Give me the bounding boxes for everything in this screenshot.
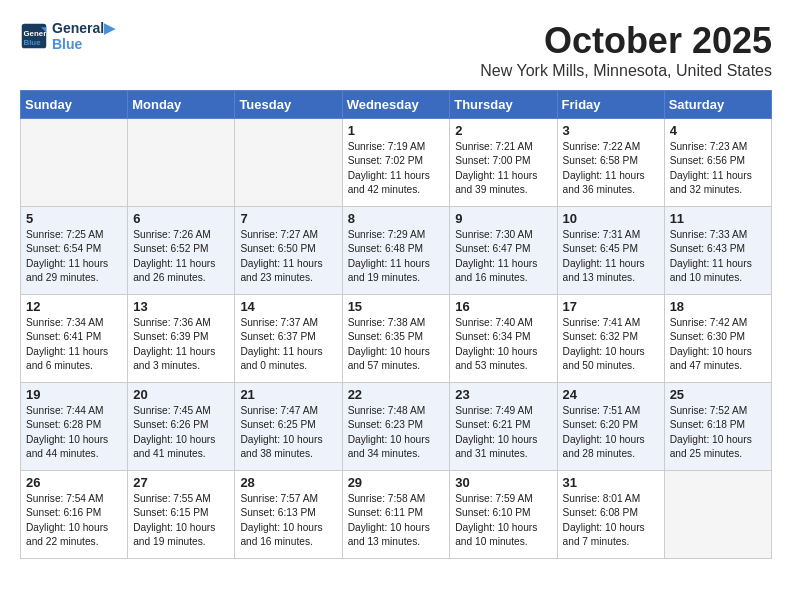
day-number: 10	[563, 211, 659, 226]
cell-content: Sunrise: 7:55 AM	[133, 492, 229, 506]
cell-content: Sunrise: 7:44 AM	[26, 404, 122, 418]
cell-content: Daylight: 11 hours	[133, 257, 229, 271]
cell-content: Sunrise: 7:48 AM	[348, 404, 445, 418]
cell-content: Sunrise: 7:52 AM	[670, 404, 766, 418]
cell-content: Sunrise: 7:49 AM	[455, 404, 551, 418]
day-number: 25	[670, 387, 766, 402]
cell-content: Daylight: 11 hours	[670, 169, 766, 183]
cell-content: Sunrise: 7:37 AM	[240, 316, 336, 330]
cell-content: Daylight: 10 hours	[670, 345, 766, 359]
cell-content: Sunrise: 7:23 AM	[670, 140, 766, 154]
cell-content: Sunset: 6:25 PM	[240, 418, 336, 432]
cell-content: Sunset: 6:30 PM	[670, 330, 766, 344]
cell-content: Sunset: 6:23 PM	[348, 418, 445, 432]
day-number: 7	[240, 211, 336, 226]
cell-content: and 19 minutes.	[133, 535, 229, 549]
calendar-cell: 26Sunrise: 7:54 AMSunset: 6:16 PMDayligh…	[21, 471, 128, 559]
day-number: 28	[240, 475, 336, 490]
cell-content: and 13 minutes.	[348, 535, 445, 549]
day-number: 27	[133, 475, 229, 490]
cell-content: Daylight: 10 hours	[348, 433, 445, 447]
cell-content: Sunset: 6:18 PM	[670, 418, 766, 432]
cell-content: Sunset: 6:32 PM	[563, 330, 659, 344]
calendar-cell: 25Sunrise: 7:52 AMSunset: 6:18 PMDayligh…	[664, 383, 771, 471]
cell-content: Sunrise: 7:45 AM	[133, 404, 229, 418]
calendar-cell: 20Sunrise: 7:45 AMSunset: 6:26 PMDayligh…	[128, 383, 235, 471]
cell-content: Daylight: 10 hours	[563, 521, 659, 535]
day-number: 21	[240, 387, 336, 402]
cell-content: Daylight: 10 hours	[26, 521, 122, 535]
calendar-cell: 24Sunrise: 7:51 AMSunset: 6:20 PMDayligh…	[557, 383, 664, 471]
col-header-thursday: Thursday	[450, 91, 557, 119]
day-number: 13	[133, 299, 229, 314]
cell-content: and 16 minutes.	[455, 271, 551, 285]
calendar-cell: 19Sunrise: 7:44 AMSunset: 6:28 PMDayligh…	[21, 383, 128, 471]
day-number: 29	[348, 475, 445, 490]
calendar-cell: 6Sunrise: 7:26 AMSunset: 6:52 PMDaylight…	[128, 207, 235, 295]
calendar-cell: 18Sunrise: 7:42 AMSunset: 6:30 PMDayligh…	[664, 295, 771, 383]
day-number: 17	[563, 299, 659, 314]
cell-content: Daylight: 10 hours	[455, 433, 551, 447]
cell-content: and 53 minutes.	[455, 359, 551, 373]
calendar-cell: 17Sunrise: 7:41 AMSunset: 6:32 PMDayligh…	[557, 295, 664, 383]
calendar-cell: 10Sunrise: 7:31 AMSunset: 6:45 PMDayligh…	[557, 207, 664, 295]
cell-content: Sunrise: 7:58 AM	[348, 492, 445, 506]
cell-content: Sunrise: 7:21 AM	[455, 140, 551, 154]
cell-content: Sunset: 6:28 PM	[26, 418, 122, 432]
cell-content: Sunset: 6:15 PM	[133, 506, 229, 520]
cell-content: Sunrise: 7:34 AM	[26, 316, 122, 330]
day-number: 20	[133, 387, 229, 402]
day-number: 9	[455, 211, 551, 226]
col-header-monday: Monday	[128, 91, 235, 119]
cell-content: and 26 minutes.	[133, 271, 229, 285]
day-number: 1	[348, 123, 445, 138]
cell-content: and 22 minutes.	[26, 535, 122, 549]
calendar-cell: 7Sunrise: 7:27 AMSunset: 6:50 PMDaylight…	[235, 207, 342, 295]
day-number: 26	[26, 475, 122, 490]
cell-content: and 10 minutes.	[670, 271, 766, 285]
cell-content: Sunset: 6:21 PM	[455, 418, 551, 432]
col-header-sunday: Sunday	[21, 91, 128, 119]
cell-content: Sunrise: 7:38 AM	[348, 316, 445, 330]
calendar-week-row: 12Sunrise: 7:34 AMSunset: 6:41 PMDayligh…	[21, 295, 772, 383]
cell-content: and 10 minutes.	[455, 535, 551, 549]
cell-content: Sunrise: 7:54 AM	[26, 492, 122, 506]
calendar-cell: 9Sunrise: 7:30 AMSunset: 6:47 PMDaylight…	[450, 207, 557, 295]
cell-content: and 38 minutes.	[240, 447, 336, 461]
calendar-cell: 30Sunrise: 7:59 AMSunset: 6:10 PMDayligh…	[450, 471, 557, 559]
cell-content: Daylight: 10 hours	[133, 433, 229, 447]
cell-content: Sunset: 7:02 PM	[348, 154, 445, 168]
cell-content: Sunrise: 7:22 AM	[563, 140, 659, 154]
cell-content: Sunrise: 7:30 AM	[455, 228, 551, 242]
cell-content: Sunrise: 7:57 AM	[240, 492, 336, 506]
cell-content: Daylight: 11 hours	[240, 345, 336, 359]
day-number: 16	[455, 299, 551, 314]
cell-content: and 41 minutes.	[133, 447, 229, 461]
cell-content: and 39 minutes.	[455, 183, 551, 197]
cell-content: and 6 minutes.	[26, 359, 122, 373]
cell-content: Daylight: 10 hours	[348, 521, 445, 535]
cell-content: Daylight: 11 hours	[670, 257, 766, 271]
cell-content: Daylight: 11 hours	[133, 345, 229, 359]
cell-content: Sunset: 6:08 PM	[563, 506, 659, 520]
cell-content: Daylight: 10 hours	[563, 345, 659, 359]
cell-content: Daylight: 11 hours	[348, 169, 445, 183]
calendar-week-row: 19Sunrise: 7:44 AMSunset: 6:28 PMDayligh…	[21, 383, 772, 471]
cell-content: Daylight: 11 hours	[240, 257, 336, 271]
cell-content: Sunrise: 7:41 AM	[563, 316, 659, 330]
calendar-cell: 2Sunrise: 7:21 AMSunset: 7:00 PMDaylight…	[450, 119, 557, 207]
cell-content: Sunrise: 7:31 AM	[563, 228, 659, 242]
svg-text:Blue: Blue	[24, 38, 42, 47]
cell-content: Sunset: 6:35 PM	[348, 330, 445, 344]
cell-content: and 25 minutes.	[670, 447, 766, 461]
calendar-cell: 28Sunrise: 7:57 AMSunset: 6:13 PMDayligh…	[235, 471, 342, 559]
calendar-cell: 16Sunrise: 7:40 AMSunset: 6:34 PMDayligh…	[450, 295, 557, 383]
cell-content: and 19 minutes.	[348, 271, 445, 285]
calendar-cell: 29Sunrise: 7:58 AMSunset: 6:11 PMDayligh…	[342, 471, 450, 559]
calendar-week-row: 1Sunrise: 7:19 AMSunset: 7:02 PMDaylight…	[21, 119, 772, 207]
day-number: 31	[563, 475, 659, 490]
cell-content: Sunset: 6:47 PM	[455, 242, 551, 256]
cell-content: Sunset: 6:54 PM	[26, 242, 122, 256]
cell-content: Sunset: 6:58 PM	[563, 154, 659, 168]
cell-content: and 3 minutes.	[133, 359, 229, 373]
